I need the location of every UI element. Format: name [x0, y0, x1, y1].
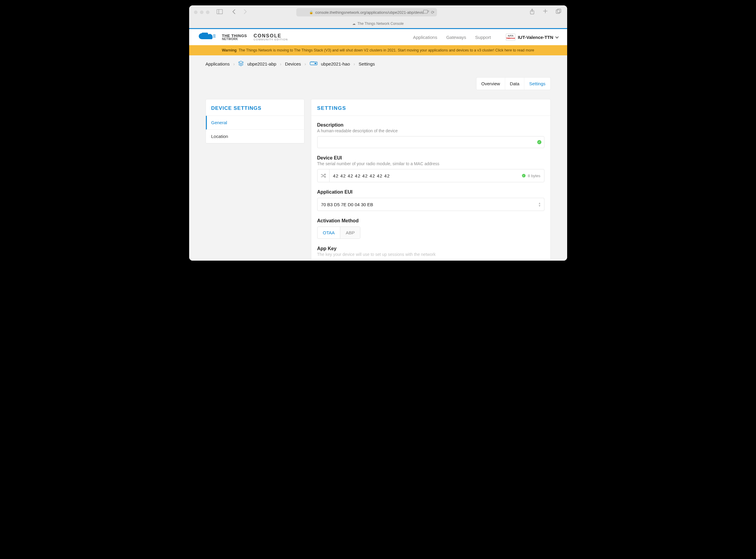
zoom-window-icon[interactable] [206, 10, 209, 14]
console-logo-text: CONSOLE COMMUNITY EDITION [253, 33, 288, 41]
url-bar[interactable]: 🔒 console.thethingsnetwork.org/applicati… [296, 8, 437, 17]
sidebar-item-location[interactable]: Location [206, 130, 304, 143]
svg-marker-9 [239, 61, 243, 63]
browser-toolbar: 🔒 console.thethingsnetwork.org/applicati… [189, 5, 567, 19]
field-device-eui: Device EUI The serial number of your rad… [311, 149, 550, 183]
user-avatar-icon: iUTΛValence [506, 33, 515, 41]
tabs-overview-icon[interactable] [555, 9, 562, 16]
app-topbar: THE THINGS NETWORK CONSOLE COMMUNITY EDI… [189, 29, 567, 45]
tab-data[interactable]: Data [505, 77, 524, 90]
settings-sidebar: DEVICE SETTINGS General Location [206, 99, 304, 143]
shuffle-icon[interactable] [317, 170, 330, 182]
refresh-icon[interactable]: ⟳ [431, 10, 435, 15]
field-app-key: App Key The key your device will use to … [311, 239, 550, 257]
device-eui-bytes: 8 bytes [528, 174, 540, 178]
ttn-logo-icon[interactable] [198, 32, 219, 42]
panel-title: SETTINGS [311, 99, 550, 116]
device-eui-input[interactable]: 42 42 42 42 42 42 42 42 [330, 173, 522, 178]
breadcrumb: Applications › ubpe2021-abp › Devices › … [189, 55, 567, 72]
chevron-right-icon: › [305, 61, 306, 66]
forward-icon[interactable] [242, 9, 249, 16]
ttn-logo-text: THE THINGS NETWORK [222, 34, 247, 41]
back-icon[interactable] [230, 9, 238, 16]
breadcrumb-item[interactable]: Applications [206, 61, 230, 66]
breadcrumb-item[interactable]: ubpe2021-abp [247, 61, 276, 66]
nav-gateways[interactable]: Gateways [446, 35, 466, 40]
valid-check-icon: ✓ [537, 140, 541, 144]
user-menu[interactable]: iUTΛValence IUT-Valence-TTN [506, 33, 558, 41]
breadcrumb-item[interactable]: Settings [359, 61, 375, 66]
field-activation-method: Activation Method OTAA ABP [311, 211, 550, 239]
chevron-right-icon: › [233, 61, 235, 66]
share-icon[interactable] [529, 9, 536, 16]
minimize-window-icon[interactable] [200, 10, 203, 14]
stack-icon [238, 61, 244, 67]
sidebar-title: DEVICE SETTINGS [206, 99, 304, 116]
field-application-eui: Application EUI 70 B3 D5 7E D0 04 30 EB … [311, 183, 550, 211]
sidebar-item-general[interactable]: General [206, 116, 304, 130]
browser-tabstrip: ☁︎ The Things Network Console [189, 19, 567, 28]
svg-rect-0 [217, 9, 222, 14]
nav-applications[interactable]: Applications [413, 35, 437, 40]
favicon-cloud-icon: ☁︎ [352, 22, 356, 26]
svg-rect-2 [423, 10, 427, 13]
settings-panel: SETTINGS Description A human-readable de… [311, 99, 551, 261]
breadcrumb-item[interactable]: Devices [285, 61, 301, 66]
application-eui-select[interactable]: 70 B3 D5 7E D0 04 30 EB ▴▾ [317, 198, 544, 211]
url-text: console.thethingsnetwork.org/application… [315, 10, 424, 15]
sidebar-toggle-icon[interactable] [216, 9, 223, 16]
chevron-down-icon [555, 35, 558, 38]
page-body: THE THINGS NETWORK CONSOLE COMMUNITY EDI… [189, 28, 567, 261]
activation-option-otaa[interactable]: OTAA [317, 227, 340, 239]
nav-support[interactable]: Support [475, 35, 491, 40]
tab-title[interactable]: The Things Network Console [357, 22, 404, 26]
reader-icon[interactable] [423, 10, 429, 15]
chevron-right-icon: › [353, 61, 355, 66]
close-window-icon[interactable] [194, 10, 198, 14]
warning-banner[interactable]: Warning The Things Network is moving to … [189, 45, 567, 55]
tab-overview[interactable]: Overview [476, 77, 505, 90]
activation-toggle: OTAA ABP [317, 226, 361, 239]
lock-icon: 🔒 [309, 10, 313, 14]
device-icon [310, 61, 317, 67]
top-nav: Applications Gateways Support iUTΛValenc… [413, 33, 558, 41]
svg-rect-14 [315, 63, 316, 64]
browser-window: 🔒 console.thethingsnetwork.org/applicati… [189, 5, 567, 261]
activation-option-abp[interactable]: ABP [340, 227, 360, 239]
tab-settings[interactable]: Settings [524, 77, 550, 90]
field-description: Description A human-readable description… [311, 116, 550, 149]
description-input[interactable] [317, 136, 544, 148]
valid-check-icon: ✓ [522, 174, 526, 177]
traffic-lights[interactable] [194, 10, 209, 14]
svg-rect-8 [557, 9, 561, 13]
select-arrows-icon: ▴▾ [539, 202, 540, 207]
chevron-right-icon: › [280, 61, 281, 66]
new-tab-icon[interactable] [542, 9, 549, 16]
svg-rect-7 [556, 10, 560, 14]
device-tabs: Overview Data Settings [206, 77, 551, 90]
breadcrumb-item[interactable]: ubpe2021-hao [321, 61, 350, 66]
